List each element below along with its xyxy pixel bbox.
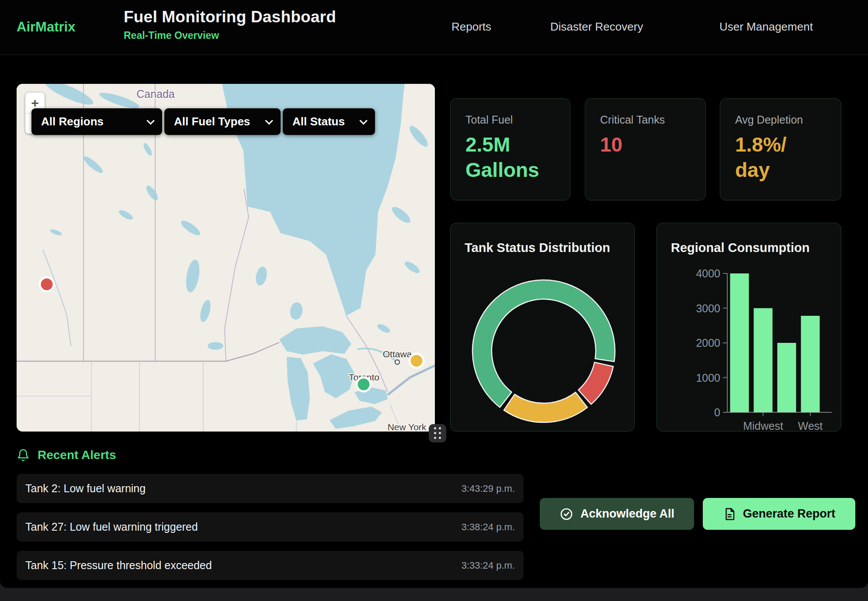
stat-card-avg-depletion: Avg Depletion 1.8%/day (720, 98, 841, 200)
brand-logo: AirMatrix (17, 19, 75, 35)
alerts-title: Recent Alerts (38, 448, 116, 462)
check-circle-icon (559, 507, 573, 521)
resize-handle[interactable] (429, 424, 446, 442)
map-canvas: Canada Ottawa Toronto New York (17, 84, 435, 432)
page-title: Fuel Monitoring Dashboard (124, 8, 336, 26)
svg-text:0: 0 (714, 406, 720, 418)
alert-row: Tank 27: Low fuel warning triggered 3:38… (17, 512, 524, 542)
alert-text: Tank 27: Low fuel warning triggered (25, 521, 198, 533)
alert-row: Tank 2: Low fuel warning 3:43:29 p.m. (17, 474, 524, 503)
tank-marker-warning[interactable] (410, 354, 424, 368)
bar-3 (801, 316, 820, 412)
nav-reports[interactable]: Reports (451, 20, 491, 34)
bar-0 (730, 273, 749, 412)
header: AirMatrix Fuel Monitoring Dashboard Real… (0, 0, 868, 55)
generate-report-label: Generate Report (743, 507, 836, 521)
fuel-type-filter-dropdown[interactable]: All Fuel Types (164, 108, 281, 135)
region-filter-label: All Regions (41, 115, 104, 128)
chevron-down-icon (146, 117, 154, 124)
generate-report-button[interactable]: Generate Report (703, 498, 855, 530)
svg-text:Midwest: Midwest (743, 420, 783, 432)
alert-time: 3:43:29 p.m. (462, 483, 515, 494)
svg-text:2000: 2000 (696, 337, 720, 349)
nav-disaster-recovery[interactable]: Disaster Recovery (550, 20, 643, 34)
donut-segment-warning (504, 392, 587, 422)
label-canada: Canada (136, 88, 175, 100)
chevron-down-icon (359, 117, 367, 124)
svg-text:3000: 3000 (696, 302, 720, 314)
stat-label: Total Fuel (465, 114, 555, 126)
alert-time: 3:38:24 p.m. (462, 522, 515, 533)
region-filter-dropdown[interactable]: All Regions (31, 108, 162, 135)
bell-icon (17, 449, 30, 462)
alert-text: Tank 15: Pressure threshold exceeded (25, 559, 212, 572)
bar-2 (778, 343, 796, 412)
alert-time: 3:33:24 p.m. (462, 560, 515, 571)
ottawa-town-dot (395, 360, 399, 364)
tank-marker-normal[interactable] (357, 377, 371, 391)
document-icon (723, 507, 736, 521)
donut-segment-critical (578, 362, 613, 404)
fuel-filter-label: All Fuel Types (174, 115, 250, 128)
nav-user-management[interactable]: User Management (719, 20, 813, 34)
acknowledge-all-button[interactable]: Acknowledge All (540, 498, 694, 530)
app-window: AirMatrix Fuel Monitoring Dashboard Real… (0, 0, 868, 588)
label-new-york: New York (388, 422, 427, 432)
stat-card-critical-tanks: Critical Tanks 10 (585, 98, 706, 200)
stat-label: Critical Tanks (600, 114, 691, 126)
donut-chart-title: Tank Status Distribution (465, 241, 610, 255)
stat-label: Avg Depletion (735, 114, 826, 126)
chevron-down-icon (265, 117, 273, 124)
bar-1 (754, 308, 773, 413)
svg-text:West: West (798, 420, 823, 432)
svg-text:4000: 4000 (696, 267, 720, 280)
page-subtitle: Real-Time Overview (124, 30, 336, 41)
bar-chart-title: Regional Consumption (671, 241, 809, 255)
bar-chart-card: Regional Consumption 01000200030004000Mi… (656, 223, 841, 432)
stat-value: 10 (600, 132, 691, 158)
status-filter-dropdown[interactable]: All Status (283, 108, 375, 135)
alerts-header: Recent Alerts (17, 448, 116, 462)
donut-chart-card: Tank Status Distribution (450, 223, 635, 432)
acknowledge-all-label: Acknowledge All (580, 507, 674, 521)
stat-value: 1.8%/day (735, 132, 826, 183)
status-filter-label: All Status (292, 115, 345, 128)
tank-marker-critical[interactable] (40, 277, 54, 291)
title-block: Fuel Monitoring Dashboard Real-Time Over… (124, 8, 336, 41)
svg-text:1000: 1000 (696, 372, 720, 384)
stat-value: 2.5MGallons (465, 132, 555, 183)
label-ottawa: Ottawa (383, 349, 412, 359)
alert-text: Tank 2: Low fuel warning (25, 482, 146, 495)
map[interactable]: Canada Ottawa Toronto New York + − All R… (17, 84, 435, 432)
stat-card-total-fuel: Total Fuel 2.5MGallons (450, 98, 570, 200)
alert-row: Tank 15: Pressure threshold exceeded 3:3… (17, 551, 524, 580)
